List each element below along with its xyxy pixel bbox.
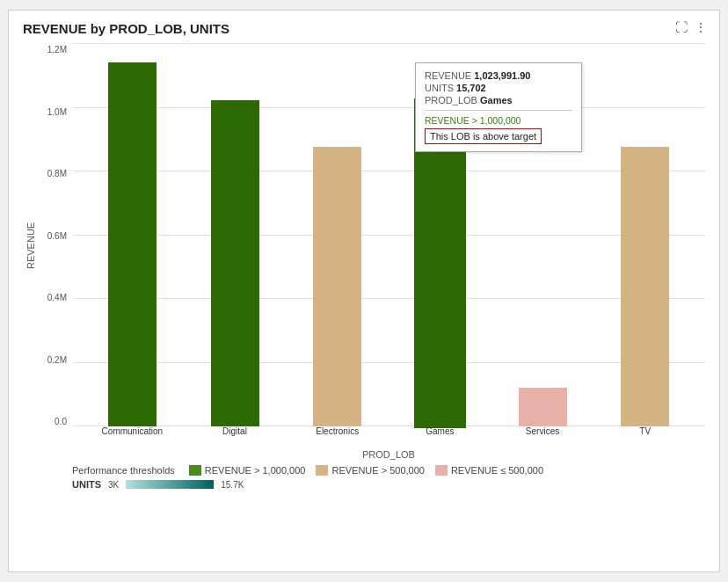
legend-swatch-green bbox=[189, 465, 201, 476]
y-tick: 0.8M bbox=[47, 169, 67, 178]
tooltip-units-value: 15,702 bbox=[456, 83, 486, 93]
y-axis: 1.2M 1.0M 0.8M 0.6M 0.4M 0.2M 0.0 bbox=[39, 43, 72, 447]
legend-item-pink: REVENUE ≤ 500,000 bbox=[435, 465, 543, 476]
chart-container: REVENUE by PROD_LOB, UNITS ⛶ ⋮ REVENUE 1… bbox=[8, 10, 720, 572]
x-label-services: Services bbox=[491, 426, 594, 447]
x-label-communication: Communication bbox=[81, 426, 184, 447]
units-label: UNITS bbox=[72, 479, 101, 490]
tooltip-lob-value: Games bbox=[480, 95, 513, 105]
x-label-games: Games bbox=[389, 426, 491, 447]
y-tick: 0.4M bbox=[47, 293, 67, 302]
bar-group-communication bbox=[81, 43, 184, 426]
x-labels-row: Communication Digital Electronics Games … bbox=[72, 426, 705, 447]
fullscreen-icon[interactable]: ⛶ bbox=[675, 21, 688, 33]
x-label-digital: Digital bbox=[184, 426, 287, 447]
legend-swatch-tan bbox=[316, 465, 328, 476]
tooltip-units-row: UNITS 15,702 bbox=[425, 83, 572, 93]
tooltip-threshold-label: REVENUE > 1,000,000 bbox=[425, 115, 572, 126]
legend-thresholds-row: Performance thresholds REVENUE > 1,000,0… bbox=[72, 465, 705, 476]
bars-and-grid: Communication Digital Electronics Games … bbox=[72, 43, 705, 447]
tooltip-revenue-value: 1,023,991.90 bbox=[474, 70, 530, 81]
legend-label-green: REVENUE > 1,000,000 bbox=[205, 465, 306, 476]
tooltip-units-key: UNITS bbox=[425, 83, 456, 93]
legend-item-green: REVENUE > 1,000,000 bbox=[189, 465, 306, 476]
tooltip-lob-key: PROD_LOB bbox=[425, 95, 480, 105]
bar-group-electronics bbox=[286, 43, 389, 426]
tooltip-message: This LOB is above target bbox=[425, 128, 542, 144]
more-options-icon[interactable]: ⋮ bbox=[695, 21, 707, 33]
legend-area: Performance thresholds REVENUE > 1,000,0… bbox=[23, 465, 705, 490]
x-label-tv: TV bbox=[593, 426, 696, 447]
units-max: 15.7K bbox=[221, 480, 244, 490]
units-min: 3K bbox=[108, 480, 119, 490]
y-tick: 0.6M bbox=[47, 231, 67, 241]
tooltip-revenue-key: REVENUE bbox=[425, 70, 474, 81]
legend-swatch-pink bbox=[435, 465, 448, 476]
top-right-icons: ⛶ ⋮ bbox=[675, 21, 707, 33]
y-tick: 1.2M bbox=[47, 45, 67, 55]
tooltip-revenue-row: REVENUE 1,023,991.90 bbox=[425, 70, 572, 81]
y-tick: 1.0M bbox=[47, 107, 67, 117]
bar-communication[interactable] bbox=[108, 62, 157, 426]
chart-title: REVENUE by PROD_LOB, UNITS bbox=[23, 21, 705, 36]
bars-row bbox=[72, 43, 705, 426]
bar-group-tv bbox=[593, 43, 696, 426]
tooltip-divider bbox=[425, 110, 572, 111]
x-label-electronics: Electronics bbox=[286, 426, 389, 447]
legend-title: Performance thresholds bbox=[72, 465, 175, 476]
bar-group-digital bbox=[184, 43, 287, 426]
bar-electronics[interactable] bbox=[313, 147, 361, 426]
units-legend-row: UNITS 3K 15.7K bbox=[72, 479, 705, 490]
bar-digital[interactable] bbox=[211, 100, 259, 426]
legend-label-tan: REVENUE > 500,000 bbox=[331, 465, 424, 476]
x-axis-label: PROD_LOB bbox=[72, 449, 705, 460]
y-tick: 0.0 bbox=[55, 417, 67, 426]
units-gradient bbox=[126, 480, 214, 489]
y-tick: 0.2M bbox=[47, 355, 67, 365]
y-axis-label: REVENUE bbox=[23, 43, 39, 447]
chart-area: REVENUE 1.2M 1.0M 0.8M 0.6M 0.4M 0.2M 0.… bbox=[23, 43, 705, 447]
legend-item-tan: REVENUE > 500,000 bbox=[316, 465, 424, 476]
bar-tv[interactable] bbox=[621, 147, 669, 426]
tooltip-lob-row: PROD_LOB Games bbox=[425, 95, 572, 105]
legend-label-pink: REVENUE ≤ 500,000 bbox=[451, 465, 543, 476]
bar-services[interactable] bbox=[519, 388, 567, 426]
tooltip: REVENUE 1,023,991.90 UNITS 15,702 PROD_L… bbox=[415, 62, 582, 152]
